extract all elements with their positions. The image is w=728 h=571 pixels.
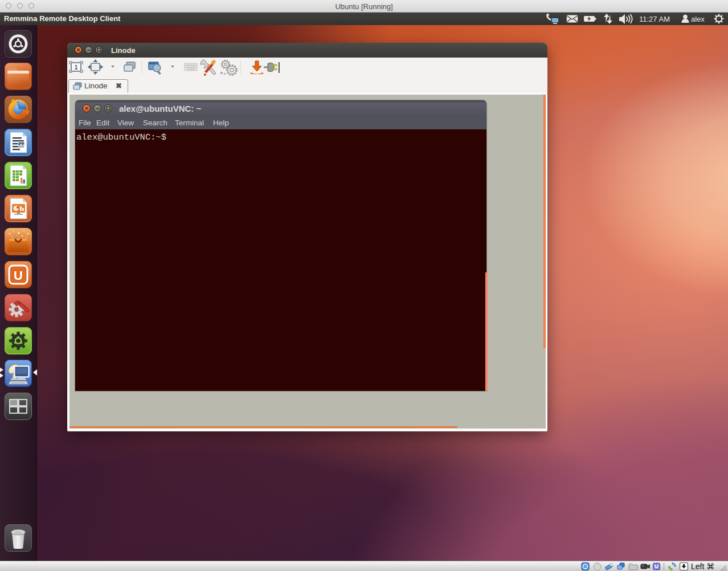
svg-text:1: 1 <box>75 64 78 71</box>
svg-text:U: U <box>14 268 23 283</box>
